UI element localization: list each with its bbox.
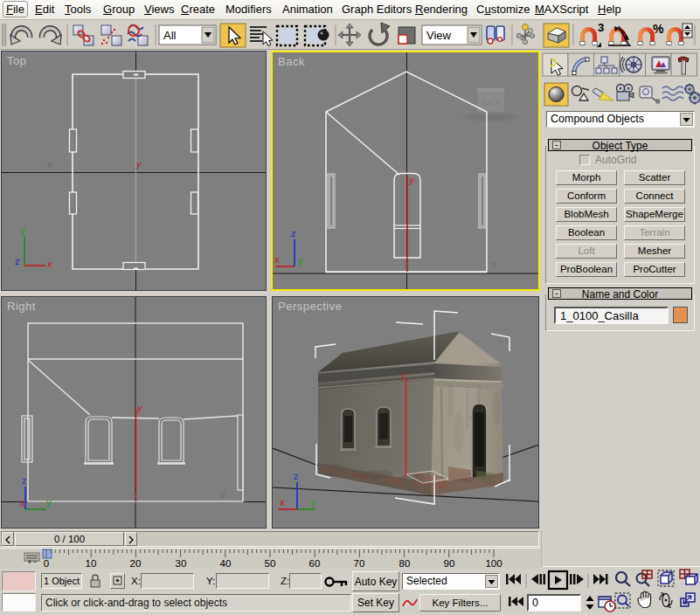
svg-text:BACK: BACK — [482, 99, 502, 107]
svg-text:x: x — [274, 254, 280, 265]
svg-text:y: y — [408, 175, 415, 185]
svg-text:z: z — [22, 475, 27, 486]
svg-text:x: x — [47, 159, 52, 169]
svg-text:y: y — [311, 497, 316, 508]
svg-text:All: All — [163, 29, 177, 42]
svg-text:y: y — [135, 159, 142, 169]
svg-text:3: 3 — [598, 21, 604, 34]
svg-text:y: y — [136, 403, 143, 413]
svg-text:%: % — [653, 22, 664, 36]
svg-text:z: z — [15, 256, 20, 266]
svg-text:x: x — [491, 259, 496, 269]
svg-text:x: x — [133, 491, 137, 501]
svg-text:z: z — [294, 471, 299, 481]
svg-text:z: z — [291, 228, 296, 238]
svg-text:x: x — [47, 259, 52, 269]
svg-text:x: x — [20, 498, 25, 508]
svg-text:z: z — [404, 260, 408, 270]
svg-text:x: x — [280, 497, 285, 508]
svg-text:y: y — [46, 497, 52, 508]
svg-text:y: y — [298, 255, 303, 266]
svg-text:y: y — [20, 225, 25, 236]
svg-text:z: z — [221, 489, 226, 500]
svg-text:View: View — [426, 29, 452, 42]
